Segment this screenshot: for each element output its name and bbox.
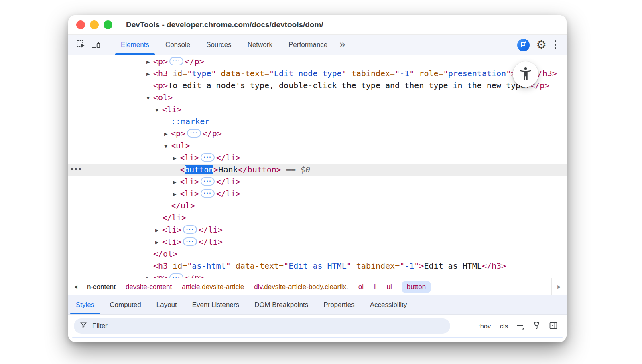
code-q: " [187, 69, 192, 78]
breadcrumb-item[interactable]: div.devsite-article-body.clearfix. [254, 283, 348, 291]
code-q: " [347, 261, 356, 271]
collapse-arrow-icon[interactable]: ▼ [164, 140, 171, 152]
breadcrumb-item[interactable]: li [374, 283, 377, 291]
sidebar-tab-accessibility[interactable]: Accessibility [362, 295, 415, 314]
collapsed-children-badge[interactable]: ••• [201, 177, 214, 186]
minimize-button[interactable] [90, 20, 99, 29]
inspect-element-button[interactable] [73, 35, 88, 55]
device-toolbar-button[interactable] [88, 35, 104, 55]
code-tag: <li> [180, 189, 199, 198]
tab-sources[interactable]: Sources [198, 35, 239, 55]
more-options-button[interactable] [550, 38, 561, 52]
breadcrumb-scroll-right-button[interactable]: ▶ [551, 278, 567, 295]
sidebar-tab-computed[interactable]: Computed [102, 295, 148, 314]
ai-assistant-button[interactable] [517, 39, 530, 51]
collapsed-children-badge[interactable]: ••• [201, 189, 214, 198]
breadcrumb-item[interactable]: ol [358, 283, 364, 291]
code-tag: <ol> [153, 93, 173, 102]
accessibility-overlay-button[interactable] [513, 61, 538, 87]
collapse-arrow-icon[interactable]: ▼ [155, 104, 162, 116]
breadcrumb-scroll-left-button[interactable]: ◀ [68, 278, 83, 295]
expand-arrow-icon[interactable]: ▶ [173, 188, 180, 200]
collapsed-children-badge[interactable]: ••• [169, 57, 183, 65]
breadcrumb: ◀ n-contentdevsite-contentarticle.devsit… [68, 278, 567, 295]
collapsed-children-badge[interactable]: ••• [183, 225, 197, 234]
code-tag: </ul> [171, 201, 195, 210]
collapsed-children-badge[interactable]: ••• [183, 237, 197, 246]
tab-elements[interactable]: Elements [113, 35, 157, 55]
breadcrumb-item[interactable]: ul [387, 283, 392, 291]
dom-tree-row[interactable]: ▶<p>•••</p> [68, 55, 567, 67]
expand-arrow-icon[interactable]: ▶ [146, 273, 153, 278]
sidebar-tab-dom-breakpoints[interactable]: DOM Breakpoints [247, 295, 316, 314]
collapsed-children-badge[interactable]: ••• [201, 153, 214, 162]
breadcrumb-part-plain: n-content [87, 283, 116, 291]
breadcrumb-list: n-contentdevsite-contentarticle.devsite-… [83, 278, 551, 295]
row-menu-dots[interactable]: ••• [70, 164, 82, 176]
expand-arrow-icon[interactable]: ▶ [164, 128, 171, 140]
collapsed-children-badge[interactable]: ••• [169, 273, 183, 278]
dom-tree-row[interactable]: ▼<ol> [68, 91, 567, 103]
breadcrumb-item[interactable]: devsite-content [126, 283, 172, 291]
code-tag: <ul> [171, 141, 190, 150]
dom-tree-row[interactable]: ▶<li>•••</li> [68, 176, 567, 188]
toggle-element-state-button[interactable]: :hov [475, 321, 494, 332]
expand-arrow-icon[interactable]: ▶ [146, 56, 153, 68]
dom-tree-row[interactable]: <p>To edit a node's type, double-click t… [68, 79, 567, 91]
more-panels-button[interactable]: » [335, 35, 349, 55]
dom-tree-row[interactable]: ▼<ul> [68, 140, 567, 152]
element-classes-button[interactable]: .cls [495, 321, 511, 332]
dom-tree-row[interactable]: ▶<h3 id="type" data-text="Edit node type… [68, 67, 567, 79]
dom-tree-row[interactable]: ::marker [68, 115, 567, 127]
code-text: Edit as HTML [424, 261, 482, 271]
zoom-button[interactable] [104, 20, 112, 29]
tab-label: Console [165, 41, 190, 49]
expand-arrow-icon[interactable]: ▶ [173, 176, 180, 188]
dom-tree-row[interactable]: </ul> [68, 200, 567, 212]
sidebar-tab-properties[interactable]: Properties [316, 295, 362, 314]
settings-button[interactable]: ⚙ [533, 39, 549, 51]
tab-console[interactable]: Console [157, 35, 198, 55]
rendering-emulation-button[interactable] [529, 320, 544, 332]
filter-bar-actions: :hov .cls [475, 318, 561, 334]
code-tag: <h3 [153, 69, 173, 78]
close-button[interactable] [76, 20, 85, 29]
dom-tree-row[interactable]: ▼<li> [68, 103, 567, 115]
filter-input[interactable] [91, 322, 430, 330]
expand-arrow-icon[interactable]: ▶ [155, 237, 162, 249]
code-attr: tabindex= [351, 69, 395, 78]
code-tag: <p> [171, 129, 185, 138]
code-tag: <li> [162, 225, 181, 235]
sidebar-tab-styles[interactable]: Styles [68, 295, 102, 314]
dom-tree-row-selected[interactable]: •••<button>Hank</button> == $0 [68, 164, 567, 176]
breadcrumb-item[interactable]: n-content [87, 283, 116, 291]
new-style-rule-button[interactable] [512, 320, 528, 333]
dom-tree-row[interactable]: ▶<p>•••</p> [68, 127, 567, 140]
code-q: " [226, 261, 236, 271]
settings-gear-icon: ⚙ [536, 38, 546, 51]
breadcrumb-item[interactable]: article.devsite-article [182, 283, 244, 291]
dom-tree-row[interactable]: <h3 id="as-html" data-text="Edit as HTML… [68, 260, 567, 272]
dom-tree-row[interactable]: ▶<li>•••</li> [68, 188, 567, 200]
expand-arrow-icon[interactable]: ▶ [146, 68, 153, 80]
dom-tree-row[interactable]: ▶<li>•••</li> [68, 152, 567, 164]
code-q: " [269, 69, 274, 78]
toggle-sidebar-button[interactable] [546, 320, 561, 333]
tab-label: Network [248, 41, 272, 49]
sidebar-tab-layout[interactable]: Layout [149, 295, 185, 314]
devtools-window: DevTools - developer.chrome.com/docs/dev… [68, 15, 567, 342]
tab-performance[interactable]: Performance [280, 35, 335, 55]
sidebar-tab-event-listeners[interactable]: Event Listeners [185, 295, 247, 314]
expand-arrow-icon[interactable]: ▶ [173, 152, 180, 164]
dom-tree-row[interactable]: </li> [68, 212, 567, 224]
collapse-arrow-icon[interactable]: ▼ [146, 92, 153, 104]
dom-tree-row[interactable]: ▶<p>•••</p> [68, 272, 567, 278]
dom-tree-row[interactable]: </ol> [68, 248, 567, 260]
tab-network[interactable]: Network [240, 35, 280, 55]
expand-arrow-icon[interactable]: ▶ [155, 224, 162, 237]
active-tab-underline [70, 313, 100, 314]
dom-tree-row[interactable]: ▶<li>•••</li> [68, 224, 567, 236]
breadcrumb-item-selected[interactable]: button [402, 281, 431, 293]
collapsed-children-badge[interactable]: ••• [187, 129, 201, 138]
dom-tree-row[interactable]: ▶<li>•••</li> [68, 236, 567, 248]
